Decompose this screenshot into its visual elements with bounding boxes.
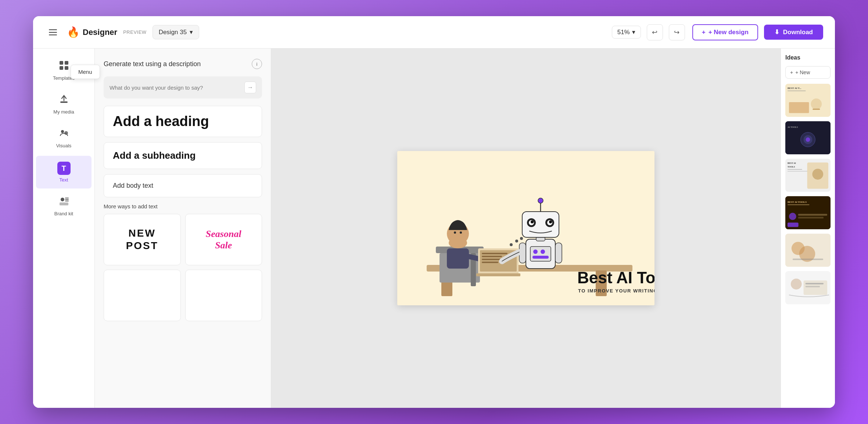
- svg-rect-17: [447, 248, 469, 269]
- add-body-button[interactable]: Add body text: [104, 174, 262, 197]
- text-template-new-post[interactable]: NEWPOST: [104, 214, 181, 265]
- svg-point-46: [510, 243, 513, 246]
- svg-point-32: [541, 249, 545, 254]
- text-template-seasonal-sale[interactable]: SeasonalSale: [185, 214, 262, 265]
- svg-rect-84: [806, 286, 820, 287]
- svg-rect-56: [813, 109, 820, 110]
- heading-text: Add a heading: [113, 114, 209, 129]
- svg-point-55: [811, 98, 822, 109]
- my-media-icon: [59, 94, 69, 107]
- redo-icon: ↪: [674, 28, 679, 36]
- svg-rect-71: [788, 204, 810, 205]
- menu-popup[interactable]: Menu: [71, 65, 100, 79]
- templates-icon: [59, 60, 69, 73]
- new-design-label: + New design: [709, 29, 749, 36]
- my-media-label: My media: [53, 109, 74, 115]
- svg-point-40: [531, 220, 534, 223]
- preview-badge: PREVIEW: [123, 29, 146, 35]
- generate-submit-button[interactable]: →: [244, 82, 256, 93]
- svg-text:TOOLS: TOOLS: [788, 166, 795, 168]
- sidebar-item-visuals[interactable]: Visuals: [36, 122, 92, 154]
- svg-point-81: [791, 279, 802, 290]
- header: 🔥 Designer PREVIEW Design 35 ▾ 51% ▾ ↩ ↪: [33, 16, 835, 48]
- svg-rect-28: [476, 273, 520, 276]
- svg-point-41: [549, 220, 552, 223]
- seasonal-sale-text: SeasonalSale: [206, 228, 241, 251]
- arrow-right-icon: →: [247, 84, 253, 91]
- download-icon: ⬇: [774, 28, 779, 36]
- text-templates-grid: NEWPOST SeasonalSale: [104, 214, 262, 321]
- svg-point-20: [454, 231, 456, 234]
- panel-header: Generate text using a description i: [104, 59, 262, 69]
- add-heading-button[interactable]: Add a heading: [104, 106, 262, 137]
- text-template-4[interactable]: [185, 270, 262, 321]
- ideas-panel: Ideas + + New BEST AI T...: [781, 48, 835, 408]
- text-panel: Generate text using a description i → Ad…: [95, 48, 271, 408]
- svg-point-31: [533, 249, 538, 254]
- undo-button[interactable]: ↩: [647, 24, 663, 40]
- svg-rect-74: [798, 217, 824, 219]
- idea-card-4[interactable]: BEST AI TOOLS: [785, 196, 831, 229]
- plus-icon: +: [702, 29, 706, 36]
- svg-rect-25: [482, 256, 502, 257]
- design-canvas[interactable]: Best AI Tools TO IMPROVE YOUR WRITING IN…: [397, 151, 654, 305]
- svg-rect-2: [60, 66, 63, 70]
- svg-rect-73: [798, 214, 827, 216]
- ideas-new-button[interactable]: + + New: [785, 66, 831, 79]
- subheading-text: Add a subheading: [113, 150, 196, 161]
- svg-text:BEST AI TOOLS: BEST AI TOOLS: [788, 201, 807, 204]
- generate-text-input[interactable]: [110, 85, 241, 91]
- svg-rect-8: [60, 202, 68, 205]
- svg-rect-1: [65, 61, 68, 65]
- svg-rect-82: [804, 280, 827, 295]
- idea-card-3[interactable]: BEST AI TOOLS: [785, 159, 831, 192]
- svg-rect-44: [555, 243, 562, 263]
- svg-text:TO IMPROVE YOUR WRITING IN 202: TO IMPROVE YOUR WRITING IN 2024: [578, 288, 654, 294]
- svg-point-47: [515, 240, 518, 242]
- zoom-chevron-icon: ▾: [632, 28, 635, 36]
- add-subheading-button[interactable]: Add a subheading: [104, 142, 262, 169]
- design-title-dropdown[interactable]: Design 35 ▾: [153, 25, 200, 39]
- idea-card-5[interactable]: [785, 234, 831, 267]
- plus-icon-ideas: +: [790, 69, 793, 75]
- body-text: Add body text: [113, 182, 153, 189]
- svg-text:AI TOOLS: AI TOOLS: [788, 126, 798, 128]
- logo-icon: 🔥: [67, 26, 80, 38]
- svg-rect-83: [806, 283, 824, 284]
- generate-input-container: →: [104, 76, 262, 98]
- svg-point-7: [61, 198, 64, 201]
- sidebar-item-brand-kit[interactable]: Brand kit: [36, 190, 92, 222]
- undo-icon: ↩: [652, 28, 657, 36]
- zoom-control[interactable]: 51% ▾: [612, 26, 641, 39]
- brand-kit-icon: [59, 196, 69, 209]
- svg-rect-27: [482, 262, 498, 263]
- redo-button[interactable]: ↪: [669, 24, 685, 40]
- svg-point-72: [789, 213, 796, 220]
- text-template-3[interactable]: [104, 270, 181, 321]
- body-area: Menu Templates: [33, 48, 835, 408]
- text-label: Text: [60, 177, 68, 183]
- svg-point-5: [61, 130, 64, 133]
- download-button[interactable]: ⬇ Download: [764, 25, 823, 40]
- sidebar-item-text[interactable]: T Text: [36, 156, 92, 188]
- menu-button[interactable]: [45, 24, 61, 40]
- svg-rect-30: [530, 247, 551, 261]
- download-label: Download: [783, 29, 813, 36]
- idea-card-6[interactable]: [785, 271, 831, 304]
- sidebar-item-my-media[interactable]: My media: [36, 88, 92, 121]
- svg-point-61: [806, 137, 810, 142]
- info-button[interactable]: i: [252, 59, 262, 69]
- svg-text:BEST AI: BEST AI: [788, 162, 796, 164]
- idea-card-2[interactable]: AI TOOLS: [785, 121, 831, 154]
- ideas-panel-title: Ideas: [785, 54, 831, 61]
- header-right: + + New design ⬇ Download: [692, 24, 823, 40]
- design-title-text: Design 35: [159, 29, 187, 36]
- visuals-label: Visuals: [56, 143, 72, 148]
- panel-title: Generate text using a description: [104, 60, 201, 68]
- header-left: 🔥 Designer PREVIEW Design 35 ▾: [45, 24, 605, 40]
- sidebar: Menu Templates: [33, 48, 95, 408]
- svg-rect-24: [482, 253, 507, 254]
- canvas-illustration: Best AI Tools TO IMPROVE YOUR WRITING IN…: [397, 151, 654, 305]
- new-design-button[interactable]: + + New design: [692, 24, 758, 40]
- idea-card-1[interactable]: BEST AI T...: [785, 84, 831, 117]
